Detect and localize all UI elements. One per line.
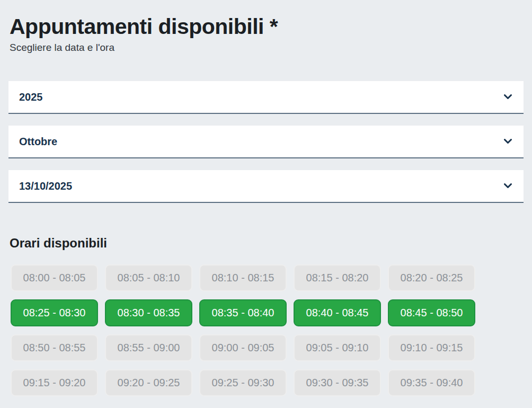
time-slot[interactable]: 08:40 - 08:45 [294, 299, 381, 326]
date-select[interactable]: 13/10/2025 [8, 170, 524, 203]
time-slot: 08:00 - 08:05 [11, 264, 98, 291]
time-slot: 09:25 - 09:30 [199, 369, 287, 396]
time-slot: 08:05 - 08:10 [105, 264, 192, 291]
chevron-down-icon [504, 139, 512, 144]
month-select[interactable]: Ottobre [8, 126, 524, 158]
time-slot[interactable]: 08:45 - 08:50 [388, 299, 475, 326]
time-slot: 08:15 - 08:20 [294, 264, 381, 291]
time-slot[interactable]: 08:25 - 08:30 [11, 299, 98, 326]
year-select[interactable]: 2025 [8, 81, 524, 114]
chevron-down-icon [504, 94, 512, 100]
month-select-value: Ottobre [19, 136, 57, 148]
time-slot: 09:10 - 09:15 [388, 334, 475, 361]
time-slot: 09:20 - 09:25 [105, 369, 192, 396]
appointments-panel: Appuntamenti disponibili * Scegliere la … [0, 14, 532, 396]
time-slot: 09:05 - 09:10 [294, 334, 381, 361]
slots-heading: Orari disponibili [10, 236, 524, 251]
time-slot: 09:00 - 09:05 [199, 334, 287, 361]
time-slot: 09:30 - 09:35 [294, 369, 381, 396]
time-slot: 08:55 - 09:00 [105, 334, 192, 361]
year-select-value: 2025 [19, 91, 43, 103]
time-slot: 08:10 - 08:15 [199, 264, 287, 291]
time-slot[interactable]: 08:35 - 08:40 [199, 299, 287, 326]
time-slot: 08:50 - 08:55 [11, 334, 98, 361]
time-slots-grid: 08:00 - 08:0508:05 - 08:1008:10 - 08:150… [11, 264, 482, 396]
time-slot: 09:15 - 09:20 [11, 369, 98, 396]
time-slot[interactable]: 08:30 - 08:35 [105, 299, 192, 326]
chevron-down-icon [504, 183, 512, 189]
page-title: Appuntamenti disponibili * [10, 14, 524, 39]
date-select-value: 13/10/2025 [19, 180, 72, 192]
time-slot: 08:20 - 08:25 [388, 264, 475, 291]
time-slot: 09:35 - 09:40 [388, 369, 475, 396]
page-subtitle: Scegliere la data e l'ora [10, 42, 524, 54]
